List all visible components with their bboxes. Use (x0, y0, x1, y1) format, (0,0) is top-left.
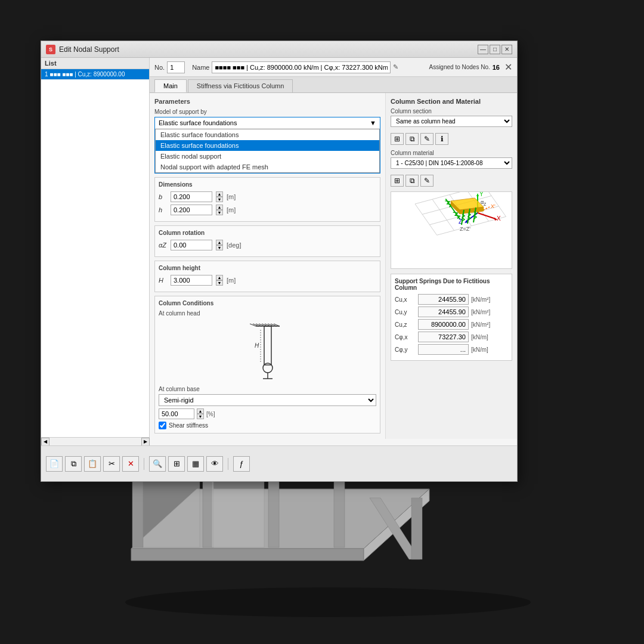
az-unit: [deg] (227, 242, 241, 249)
h-input[interactable] (171, 205, 212, 215)
no-label: No. (154, 64, 165, 71)
name-edit-icon[interactable]: ✎ (393, 63, 398, 71)
cpx-label: Cφ,x (395, 334, 416, 340)
b-down-btn[interactable]: ▼ (216, 197, 223, 202)
no-input[interactable] (167, 61, 185, 73)
svg-text:H: H (255, 342, 259, 349)
main-content: No. Name ✎ Assigned to Nodes No. 16 ✕ Ma… (150, 58, 517, 445)
model-dropdown[interactable]: Elastic surface foundations ▼ Elastic su… (154, 117, 380, 174)
option-2[interactable]: Elastic surface foundations (156, 140, 379, 151)
model-section: Model of support by Elastic surface foun… (154, 109, 380, 174)
springs-title: Support Springs Due to Fictitious Column (395, 278, 508, 291)
option-3[interactable]: Elastic nodal support (156, 151, 379, 162)
b-spinner: ▲ ▼ (216, 191, 223, 202)
cpy-label: Cφ,y (395, 346, 416, 353)
toolbar-btn-paste[interactable]: 📋 (84, 456, 101, 472)
head-label: At column head (159, 310, 376, 317)
close-button[interactable]: ✕ (501, 45, 512, 54)
title-bar: S Edit Nodal Support — □ ✕ (41, 41, 517, 58)
H-up-btn[interactable]: ▲ (216, 275, 223, 280)
az-spinner: ▲ ▼ (216, 240, 223, 250)
az-down-btn[interactable]: ▼ (216, 245, 223, 250)
base-percent-spinner: ▲ ▼ (197, 408, 204, 419)
col-sec-select[interactable]: Same as column head (391, 116, 512, 127)
axes-viz-area: Y X Z (391, 191, 512, 269)
base-pct-down-btn[interactable]: ▼ (197, 414, 204, 419)
toolbar-btn-cut[interactable]: ✂ (103, 456, 120, 472)
cux-unit: [kN/m²] (471, 296, 490, 303)
cuz-input[interactable] (418, 319, 469, 330)
base-label-text: At column base (159, 386, 376, 392)
col-sec-btn-3[interactable]: ✎ (420, 133, 434, 145)
cpy-input[interactable] (418, 344, 469, 355)
toolbar-btn-copy[interactable]: ⧉ (65, 456, 82, 472)
svg-text:Y: Y (479, 192, 484, 197)
list-panel: List 1 ■■■ ■■■ | Cu,z: 8900000.00 (41, 58, 150, 445)
cpy-row: Cφ,y [kN/m] (395, 344, 508, 355)
col-mat-btn-1[interactable]: ⊞ (391, 175, 404, 187)
cpx-row: Cφ,x [kN/m] (395, 332, 508, 342)
cuy-input[interactable] (418, 306, 469, 317)
az-input[interactable] (171, 240, 212, 250)
height-section: Column height H ▲ ▼ [m] (154, 261, 380, 292)
minimize-button[interactable]: — (478, 45, 488, 54)
conditions-section: Column Conditions At column head (154, 296, 380, 434)
svg-text:Z=Z': Z=Z' (460, 226, 470, 232)
col-mat-btn-3[interactable]: ✎ (420, 175, 434, 187)
toolbar-btn-view[interactable]: 👁 (206, 456, 223, 472)
col-sec-btn-2[interactable]: ⧉ (405, 133, 419, 145)
svg-point-0 (125, 587, 531, 617)
svg-rect-17 (334, 476, 345, 547)
scroll-right-arrow[interactable]: ▶ (141, 438, 150, 446)
h-up-btn[interactable]: ▲ (216, 205, 223, 210)
toolbar-btn-select[interactable]: ▦ (187, 456, 204, 472)
toolbar-btn-delete[interactable]: ✕ (122, 456, 139, 472)
horizontal-scrollbar[interactable]: ◀ ▶ (41, 437, 150, 445)
base-percent-input[interactable] (159, 408, 194, 419)
name-input[interactable] (212, 61, 391, 73)
H-input[interactable] (171, 275, 212, 286)
svg-text:X: X (497, 215, 501, 222)
list-item-1[interactable]: 1 ■■■ ■■■ | Cu,z: 8900000.00 (41, 69, 149, 80)
col-sec-btn-1[interactable]: ⊞ (391, 133, 404, 145)
list-header: List (41, 58, 149, 69)
cuz-label: Cu,z (395, 321, 416, 328)
col-sec-btn-4[interactable]: ℹ (435, 133, 448, 145)
shear-checkbox[interactable] (159, 422, 166, 429)
tab-stiffness[interactable]: Stiffness via Fictitious Column (188, 79, 293, 92)
toolbar-btn-new[interactable]: 📄 (46, 456, 63, 472)
b-up-btn[interactable]: ▲ (216, 191, 223, 197)
toolbar-btn-func[interactable]: ƒ (233, 456, 250, 472)
scroll-left-arrow[interactable]: ◀ (41, 438, 49, 446)
option-4[interactable]: Nodal support with adapted FE mesh (156, 162, 379, 172)
cuy-label: Cu,y (395, 309, 416, 315)
base-type-select[interactable]: Semi-rigid (159, 394, 376, 406)
option-1[interactable]: Elastic surface foundations (156, 129, 379, 140)
toolbar-btn-zoom[interactable]: 🔍 (149, 456, 166, 472)
maximize-button[interactable]: □ (490, 45, 500, 54)
b-input[interactable] (171, 191, 212, 202)
col-mat-select[interactable]: 1 - C25/30 | DIN 1045-1:2008-08 (391, 157, 512, 169)
base-pct-up-btn[interactable]: ▲ (197, 408, 204, 414)
col-sec-label: Column section (391, 108, 512, 114)
shear-label: Shear stiffness (169, 422, 208, 429)
svg-text:Z: Z (484, 202, 487, 206)
page-container: S Edit Nodal Support — □ ✕ List 1 ■■■ ■■… (0, 0, 644, 644)
cux-input[interactable] (418, 294, 469, 305)
column-diagram: H (159, 321, 376, 381)
cpx-input[interactable] (418, 332, 469, 342)
close-x-icon[interactable]: ✕ (504, 61, 512, 73)
H-unit: [m] (227, 277, 236, 284)
b-row: b ▲ ▼ [m] (159, 191, 376, 202)
H-down-btn[interactable]: ▼ (216, 280, 223, 286)
tab-main[interactable]: Main (154, 79, 187, 92)
col-mat-btn-2[interactable]: ⧉ (405, 175, 419, 187)
scroll-track[interactable] (49, 438, 141, 445)
h-label: h (159, 206, 167, 213)
az-up-btn[interactable]: ▲ (216, 240, 223, 245)
cux-label: Cu,x (395, 296, 416, 303)
h-down-btn[interactable]: ▼ (216, 210, 223, 215)
dropdown-selected[interactable]: Elastic surface foundations ▼ (155, 117, 380, 129)
cuy-row: Cu,y [kN/m²] (395, 306, 508, 317)
toolbar-btn-grid[interactable]: ⊞ (168, 456, 185, 472)
